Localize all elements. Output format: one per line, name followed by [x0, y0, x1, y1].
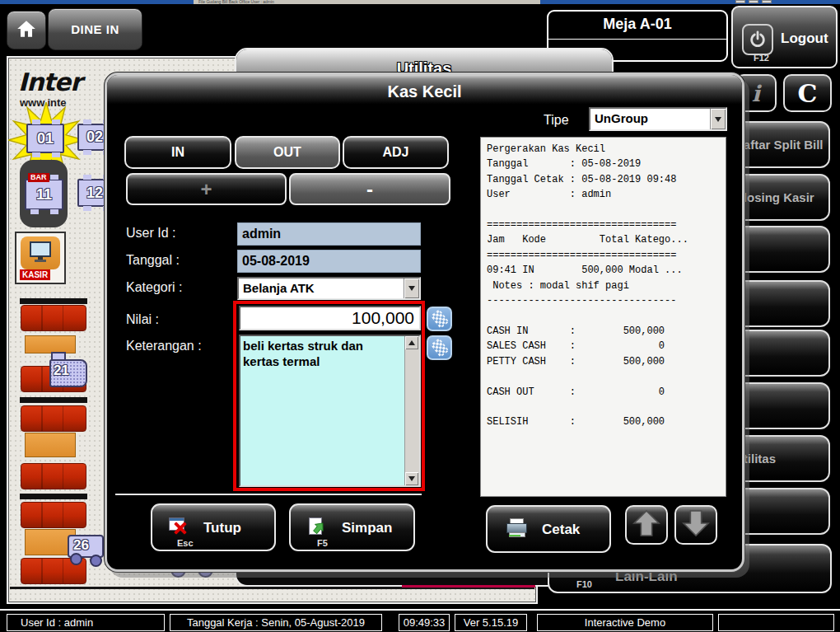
nilai-input[interactable]: 100,000 [239, 306, 421, 330]
delivery-cart-icon-table-26[interactable]: 26 [68, 535, 107, 569]
status-work-date: Tanggal Kerja : Senin, 05-Agust-2019 [170, 614, 382, 631]
table-21-number: 21 [54, 363, 69, 379]
table-02-number: 02 [86, 129, 103, 146]
simpan-button[interactable]: Simpan F5 [289, 503, 415, 551]
receipt-text: Pergerakan Kas Kecil Tanggal : 05-08-201… [481, 138, 726, 430]
kas-kecil-dialog: Kas Kecil Tipe UnGroup IN OUT ADJ + - Us… [105, 73, 744, 572]
scroll-page-up-button[interactable] [625, 505, 668, 545]
keypad-button-nilai[interactable] [427, 307, 452, 331]
close-icon[interactable] [762, 0, 772, 3]
booth-table [25, 433, 76, 457]
scrollbar[interactable] [404, 336, 419, 485]
scroll-page-down-button[interactable] [674, 505, 717, 545]
status-demo: Interactive Demo [537, 614, 713, 631]
keterangan-textarea[interactable]: beli kertas struk dan kertas termal [239, 335, 421, 487]
kategori-value: Belanja ATK [243, 281, 315, 295]
tab-adj[interactable]: ADJ [343, 136, 449, 169]
plus-button[interactable]: + [126, 173, 287, 205]
arrow-down-icon [679, 508, 712, 542]
tutup-hotkey: Esc [177, 538, 194, 548]
kategori-label: Kategori : [126, 280, 182, 295]
window-titlebar: File Gudang Bill Back Office User : admi… [0, 0, 840, 4]
keypad-icon [430, 309, 449, 329]
close-window-icon [169, 516, 190, 537]
receipt-preview: Pergerakan Kas Kecil Tanggal : 05-08-201… [480, 137, 726, 497]
power-icon [742, 24, 773, 55]
minimize-icon[interactable] [735, 0, 745, 3]
window-menu-text: File Gudang Bill Back Office User : admi… [194, 0, 540, 4]
dialog-title: Kas Kecil [107, 82, 742, 101]
sofa [21, 405, 86, 432]
cashier-station[interactable]: KASIR [15, 232, 66, 284]
pos-screen: File Gudang Bill Back Office User : admi… [0, 0, 840, 632]
table-01-number: 01 [37, 130, 54, 147]
keypad-button-keterangan[interactable] [427, 335, 452, 360]
table-01[interactable]: 01 [26, 124, 64, 153]
booth-divider [20, 298, 87, 304]
user-id-label: User Id : [126, 226, 175, 241]
bar-label: BAR [28, 173, 49, 182]
tab-out[interactable]: OUT [235, 136, 340, 169]
table-26-number: 26 [73, 537, 89, 554]
chevron-down-icon[interactable] [404, 279, 419, 298]
simpan-hotkey: F5 [317, 538, 328, 548]
sofa [21, 463, 86, 489]
c-button[interactable]: C [783, 74, 832, 112]
status-user: User Id : admin [7, 614, 165, 631]
table-11[interactable]: 11 [25, 179, 63, 210]
booth-table [25, 335, 76, 353]
table-12-number: 12 [86, 185, 103, 202]
sofa [21, 502, 86, 528]
divider [115, 494, 422, 495]
tipe-label: Tipe [544, 113, 569, 128]
save-icon [307, 516, 329, 537]
scroll-down-icon[interactable] [405, 472, 418, 485]
tutup-button[interactable]: Tutup Esc [151, 503, 276, 551]
cash-register-icon-table-21[interactable]: 21 [49, 352, 88, 390]
table-11-number: 11 [36, 186, 52, 204]
cetak-button[interactable]: Cetak [486, 505, 611, 553]
chevron-down-icon[interactable] [710, 109, 726, 129]
lain-lain-hotkey: F10 [576, 579, 592, 589]
tipe-dropdown[interactable]: UnGroup [589, 107, 727, 131]
logout-button[interactable]: Logout F12 [731, 6, 838, 68]
keypad-icon [430, 338, 449, 358]
booth-divider [20, 397, 87, 403]
tab-in[interactable]: IN [124, 136, 231, 169]
monitor-icon [21, 236, 60, 269]
kategori-dropdown[interactable]: Belanja ATK [237, 277, 421, 300]
status-time: 09:49:33 [399, 614, 450, 631]
accent-line [402, 585, 535, 588]
user-id-field[interactable]: admin [237, 222, 421, 246]
maximize-icon[interactable] [749, 0, 758, 3]
logout-hotkey: F12 [754, 53, 769, 63]
booth-divider [20, 494, 87, 499]
minus-button[interactable]: - [289, 173, 450, 205]
scroll-up-icon[interactable] [405, 336, 418, 349]
tanggal-label: Tanggal : [126, 253, 180, 268]
brand-logo: Inter [18, 68, 82, 96]
sofa [21, 305, 86, 331]
dine-in-label: DINE IN [71, 22, 119, 36]
table-name: Meja A-01 [548, 16, 726, 33]
logout-label: Logout [781, 30, 828, 47]
status-bar: User Id : admin Tanggal Kerja : Senin, 0… [0, 609, 840, 632]
divider [548, 39, 726, 40]
status-version: Ver 5.15.19 [455, 614, 527, 631]
tanggal-field[interactable]: 05-08-2019 [237, 250, 421, 273]
status-empty [718, 614, 834, 631]
keterangan-label: Keterangan : [126, 339, 202, 353]
printer-icon [506, 518, 527, 538]
dine-in-button[interactable]: DINE IN [48, 8, 142, 50]
arrow-up-icon [630, 508, 663, 542]
kasir-label: KASIR [20, 269, 50, 280]
tipe-value: UnGroup [595, 111, 648, 125]
nilai-label: Nilai : [126, 312, 159, 327]
home-icon [16, 19, 37, 42]
keterangan-text: beli kertas struk dan kertas termal [243, 338, 404, 369]
home-button[interactable] [7, 11, 46, 49]
